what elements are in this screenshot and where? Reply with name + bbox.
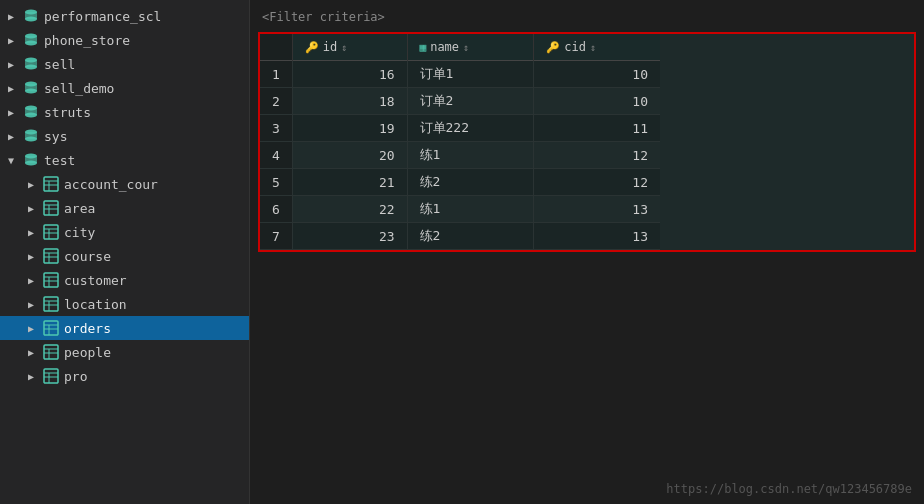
sidebar: ▶ performance_scl▶ phone_store▶ sell▶ se…	[0, 0, 250, 504]
table-row[interactable]: 521练212	[260, 169, 660, 196]
table-icon	[42, 224, 60, 240]
cell-cid: 10	[534, 61, 660, 88]
sidebar-item-sell[interactable]: ▶ sell	[0, 52, 249, 76]
arrow-icon: ▶	[28, 323, 42, 334]
svg-rect-41	[44, 297, 58, 311]
sidebar-item-label: course	[64, 249, 111, 264]
cell-cid: 10	[534, 88, 660, 115]
table-row[interactable]: 319订单22211	[260, 115, 660, 142]
arrow-icon: ▶	[8, 107, 22, 118]
schema-icon	[22, 80, 40, 96]
sidebar-item-city[interactable]: ▶ city	[0, 220, 249, 244]
svg-point-14	[25, 113, 37, 118]
arrow-icon: ▶	[8, 59, 22, 70]
svg-rect-29	[44, 225, 58, 239]
key-icon: 🔑	[305, 41, 319, 54]
cell-cid: 12	[534, 169, 660, 196]
cell-id: 16	[292, 61, 407, 88]
arrow-icon: ▶	[28, 371, 42, 382]
svg-rect-25	[44, 201, 58, 215]
filter-placeholder: <Filter criteria>	[262, 10, 385, 24]
table-icon	[42, 344, 60, 360]
table-row[interactable]: 622练113	[260, 196, 660, 223]
schema-icon	[22, 128, 40, 144]
cell-id: 18	[292, 88, 407, 115]
sidebar-item-people[interactable]: ▶ people	[0, 340, 249, 364]
arrow-icon: ▶	[8, 11, 22, 22]
cell-name: 订单222	[407, 115, 534, 142]
row-number: 3	[260, 115, 292, 142]
sidebar-item-label: sell	[44, 57, 75, 72]
svg-point-2	[25, 17, 37, 22]
table-icon	[42, 272, 60, 288]
svg-point-11	[25, 89, 37, 94]
svg-point-20	[25, 161, 37, 166]
row-number-header	[260, 34, 292, 61]
arrow-icon: ▶	[8, 83, 22, 94]
arrow-icon: ▶	[28, 227, 42, 238]
sidebar-item-location[interactable]: ▶ location	[0, 292, 249, 316]
sidebar-item-label: sys	[44, 129, 67, 144]
sidebar-item-area[interactable]: ▶ area	[0, 196, 249, 220]
table-row[interactable]: 723练213	[260, 223, 660, 250]
cell-name: 练2	[407, 223, 534, 250]
sidebar-item-phone-store[interactable]: ▶ phone_store	[0, 28, 249, 52]
sidebar-item-sys[interactable]: ▶ sys	[0, 124, 249, 148]
arrow-icon: ▶	[8, 131, 22, 142]
main-content: <Filter criteria> 🔑 id ⇕ ▦	[250, 0, 924, 504]
sort-icon-name: ⇕	[463, 42, 469, 53]
svg-point-8	[25, 65, 37, 70]
sidebar-item-course[interactable]: ▶ course	[0, 244, 249, 268]
arrow-icon: ▶	[28, 179, 42, 190]
table-icon	[42, 368, 60, 384]
sidebar-item-label: phone_store	[44, 33, 130, 48]
col-id-header[interactable]: 🔑 id ⇕	[292, 34, 407, 61]
svg-point-5	[25, 41, 37, 46]
cell-id: 21	[292, 169, 407, 196]
table-icon	[42, 320, 60, 336]
sidebar-item-label: customer	[64, 273, 127, 288]
schema-icon	[22, 8, 40, 24]
sidebar-item-customer[interactable]: ▶ customer	[0, 268, 249, 292]
cell-name: 练1	[407, 196, 534, 223]
arrow-icon: ▶	[8, 35, 22, 46]
table-row[interactable]: 420练112	[260, 142, 660, 169]
row-number: 2	[260, 88, 292, 115]
sidebar-item-pro[interactable]: ▶ pro	[0, 364, 249, 388]
table-row[interactable]: 218订单210	[260, 88, 660, 115]
cell-cid: 13	[534, 223, 660, 250]
col-name-header[interactable]: ▦ name ⇕	[407, 34, 534, 61]
row-number: 1	[260, 61, 292, 88]
sidebar-item-account-cour[interactable]: ▶ account_cour	[0, 172, 249, 196]
arrow-icon: ▶	[28, 347, 42, 358]
sidebar-item-orders[interactable]: ▶ orders	[0, 316, 249, 340]
sidebar-item-struts[interactable]: ▶ struts	[0, 100, 249, 124]
sidebar-item-performance-scl[interactable]: ▶ performance_scl	[0, 4, 249, 28]
cell-id: 23	[292, 223, 407, 250]
key-icon-cid: 🔑	[546, 41, 560, 54]
sidebar-item-test[interactable]: ▼ test	[0, 148, 249, 172]
arrow-icon: ▶	[28, 203, 42, 214]
data-table-wrapper: 🔑 id ⇕ ▦ name ⇕ 🔑	[258, 32, 916, 252]
sidebar-item-sell-demo[interactable]: ▶ sell_demo	[0, 76, 249, 100]
cell-id: 22	[292, 196, 407, 223]
schema-icon	[22, 104, 40, 120]
cell-id: 19	[292, 115, 407, 142]
sidebar-item-label: account_cour	[64, 177, 158, 192]
table-header-row: 🔑 id ⇕ ▦ name ⇕ 🔑	[260, 34, 660, 61]
cell-cid: 13	[534, 196, 660, 223]
schema-icon	[22, 32, 40, 48]
arrow-icon: ▼	[8, 155, 22, 166]
arrow-icon: ▶	[28, 299, 42, 310]
sidebar-item-label: pro	[64, 369, 87, 384]
svg-rect-33	[44, 249, 58, 263]
svg-rect-45	[44, 321, 58, 335]
sidebar-item-label: location	[64, 297, 127, 312]
table-row[interactable]: 116订单110	[260, 61, 660, 88]
svg-rect-53	[44, 369, 58, 383]
svg-rect-49	[44, 345, 58, 359]
table-icon	[42, 176, 60, 192]
col-name-label: name	[430, 40, 459, 54]
col-cid-header[interactable]: 🔑 cid ⇕	[534, 34, 660, 61]
sort-icon-id: ⇕	[341, 42, 347, 53]
